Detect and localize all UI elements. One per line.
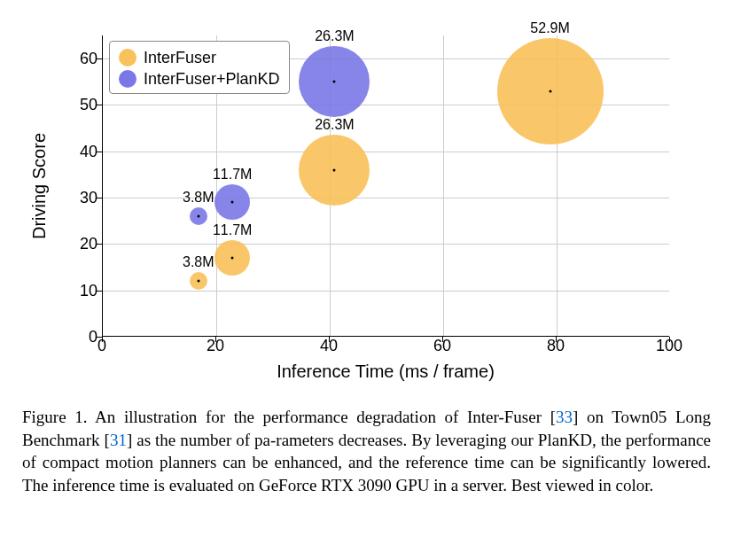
bubble-label: 11.7M bbox=[213, 167, 252, 183]
legend-marker-icon bbox=[119, 70, 136, 88]
x-tick-label: 100 bbox=[651, 337, 687, 355]
figure-caption: Figure 1. An illustration for the perfor… bbox=[22, 406, 711, 497]
y-axis-label: Driving Score bbox=[29, 133, 50, 239]
data-point-center bbox=[231, 201, 234, 204]
y-tick-label: 10 bbox=[62, 281, 97, 299]
y-tick-label: 30 bbox=[62, 189, 97, 207]
y-tick-label: 0 bbox=[62, 328, 97, 346]
citation: 31 bbox=[110, 431, 127, 449]
grid-line bbox=[103, 244, 669, 245]
grid-line bbox=[103, 152, 669, 152]
y-tick-label: 20 bbox=[62, 235, 97, 253]
x-tick-label: 60 bbox=[425, 337, 460, 355]
data-point-center bbox=[231, 257, 234, 260]
x-tick-label: 80 bbox=[538, 337, 573, 355]
x-tick-label: 20 bbox=[198, 337, 233, 355]
data-point-center bbox=[197, 280, 199, 283]
legend-label: InterFuser bbox=[144, 47, 216, 68]
bubble-label: 11.7M bbox=[213, 222, 252, 238]
x-tick-label: 40 bbox=[311, 337, 347, 355]
legend-item-interfuser: InterFuser bbox=[119, 47, 280, 68]
data-point-center bbox=[333, 168, 336, 171]
legend-marker-icon bbox=[119, 49, 136, 66]
caption-text: An illustration for the performance degr… bbox=[95, 408, 556, 426]
x-axis-label: Inference Time (ms / frame) bbox=[102, 362, 669, 382]
legend: InterFuser InterFuser+PlanKD bbox=[109, 41, 290, 94]
y-tick-label: 50 bbox=[62, 96, 97, 114]
caption-prefix: Figure 1. bbox=[22, 408, 88, 426]
bubble-label: 26.3M bbox=[315, 117, 354, 133]
y-tick-label: 40 bbox=[62, 142, 97, 160]
bubble-label: 3.8M bbox=[183, 254, 214, 270]
bubble-label: 3.8M bbox=[183, 190, 214, 206]
y-tick-label: 60 bbox=[62, 50, 97, 68]
data-point-center bbox=[197, 215, 199, 218]
legend-item-interfuser-plankd: InterFuser+PlanKD bbox=[119, 68, 280, 89]
citation: 33 bbox=[556, 408, 573, 426]
data-point-center bbox=[549, 89, 551, 92]
chart-container: Driving Score Inference Time (ms / frame… bbox=[22, 18, 711, 390]
legend-label: InterFuser+PlanKD bbox=[144, 68, 280, 89]
grid-line bbox=[103, 291, 669, 292]
bubble-label: 52.9M bbox=[530, 20, 569, 36]
bubble-label: 26.3M bbox=[315, 28, 354, 44]
data-point-center bbox=[333, 81, 336, 83]
